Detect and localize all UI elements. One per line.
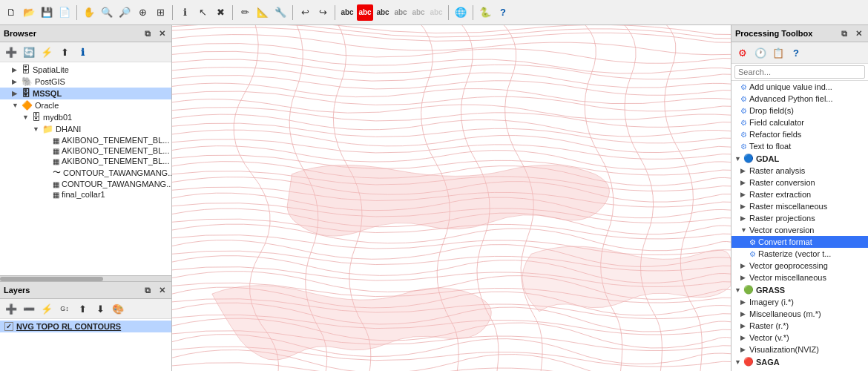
vector-v-arrow: ▶	[740, 334, 748, 341]
zoom-layer-btn[interactable]: ⊞	[152, 4, 168, 21]
digitize-btn[interactable]: 📐	[254, 4, 271, 21]
processing-close-btn[interactable]: ✕	[852, 27, 864, 39]
browser-item-mssql[interactable]: ▶ 🗄 MSSQL	[0, 88, 171, 99]
gps-btn[interactable]: 🌐	[453, 4, 469, 21]
zoom-in-btn[interactable]: 🔍	[99, 4, 115, 21]
layers-close-btn[interactable]: ✕	[156, 284, 168, 296]
layers-add-btn[interactable]: ➕	[3, 301, 19, 317]
browser-item-dhani[interactable]: ▼ 📁 DHANI	[0, 123, 171, 135]
browser-add-btn[interactable]: ➕	[3, 44, 19, 60]
proc-item-field-calculator[interactable]: ⚙ Field calculator	[731, 116, 868, 128]
proc-section-grass[interactable]: ▼ 🟢 GRASS	[731, 283, 868, 296]
label2-btn[interactable]: abc	[375, 4, 391, 21]
browser-collapse-btn[interactable]: ⬆	[56, 44, 73, 60]
proc-item-split-rgb[interactable]: ▶ Split RGB bands	[731, 368, 868, 371]
raster-misc-arrow: ▶	[740, 203, 748, 210]
layers-group-btn[interactable]: G↕	[56, 301, 73, 317]
zoom-out-btn[interactable]: 🔎	[116, 4, 133, 21]
proc-item-imagery[interactable]: ▶ Imagery (i.*)	[731, 296, 868, 308]
processing-panel: Processing Toolbox ⧉ ✕ ⚙ 🕐 📋 ? ⚙ Add uni…	[731, 25, 868, 371]
layers-float-btn[interactable]: ⧉	[142, 284, 154, 296]
proc-item-raster-conversion[interactable]: ▶ Raster conversion	[731, 177, 868, 188]
processing-title: Processing Toolbox	[735, 29, 838, 38]
layers-filter-btn[interactable]: ⚡	[39, 301, 55, 317]
label4-btn[interactable]: abc	[410, 4, 427, 21]
identify-btn[interactable]: ℹ	[177, 4, 193, 21]
browser-refresh-btn[interactable]: 🔄	[21, 44, 37, 60]
browser-float-btn[interactable]: ⧉	[142, 27, 154, 39]
dhani-icon: 📁	[42, 124, 53, 134]
proc-item-miscellaneous[interactable]: ▶ Miscellaneous (m.*)	[731, 308, 868, 320]
browser-item-contour1[interactable]: 〜 CONTOUR_TAWANGMANG...	[0, 166, 171, 179]
proc-item-convert-format[interactable]: ⚙ Convert format	[731, 236, 868, 248]
akibono2-label: AKIBONO_TENEMENT_BL...	[62, 146, 169, 155]
label3-btn[interactable]: abc	[392, 4, 409, 21]
proc-help-btn[interactable]: ?	[788, 45, 804, 61]
edit-btn[interactable]: ✏	[237, 4, 253, 21]
proc-section-saga[interactable]: ▼ 🔴 SAGA	[731, 355, 868, 368]
processing-search-input[interactable]	[734, 65, 865, 79]
proc-section-gdal[interactable]: ▼ 🔵 GDAL	[731, 152, 868, 165]
proc-item-rasterize[interactable]: ⚙ Rasterize (vector t...	[731, 248, 868, 260]
browser-item-akibono3[interactable]: ▦ AKIBONO_TENEMENT_BL...	[0, 156, 171, 166]
browser-item-contour2[interactable]: ▦ CONTOUR_TAWANGMANG...	[0, 179, 171, 189]
redo-btn[interactable]: ↪	[315, 4, 331, 21]
save-as-btn[interactable]: 📄	[56, 4, 73, 21]
open-project-btn[interactable]: 📂	[21, 4, 37, 21]
proc-item-raster-analysis[interactable]: ▶ Raster analysis	[731, 165, 868, 177]
browser-item-akibono1[interactable]: ▦ AKIBONO_TENEMENT_BL...	[0, 135, 171, 145]
label-btn[interactable]: abc	[339, 4, 355, 21]
proc-item-raster-extraction[interactable]: ▶ Raster extraction	[731, 188, 868, 200]
browser-close-btn[interactable]: ✕	[156, 27, 168, 39]
undo-btn[interactable]: ↩	[297, 4, 313, 21]
proc-item-vector-misc[interactable]: ▶ Vector miscellaneous	[731, 272, 868, 283]
snapping-btn[interactable]: 🔧	[272, 4, 289, 21]
browser-item-mydb01[interactable]: ▼ 🗄 mydb01	[0, 111, 171, 123]
vector-v-label: Vector (v.*)	[749, 333, 789, 342]
proc-results-btn[interactable]: 📋	[770, 45, 786, 61]
deselect-btn[interactable]: ✖	[212, 4, 228, 21]
proc-item-drop-fields[interactable]: ⚙ Drop field(s)	[731, 105, 868, 116]
layers-down-btn[interactable]: ⬇	[92, 301, 108, 317]
select-btn[interactable]: ↖	[194, 4, 211, 21]
proc-item-refactor-fields[interactable]: ⚙ Refactor fields	[731, 128, 868, 140]
proc-history-btn[interactable]: 🕐	[752, 45, 769, 61]
layers-up-btn[interactable]: ⬆	[74, 301, 91, 317]
processing-float-btn[interactable]: ⧉	[838, 27, 850, 39]
proc-settings-btn[interactable]: ⚙	[734, 45, 751, 61]
python-btn[interactable]: 🐍	[477, 4, 493, 21]
layer-item-nvg-topo[interactable]: ✓ NVG TOPO RL CONTOURS	[0, 321, 171, 332]
proc-item-raster-proj[interactable]: ▶ Raster projections	[731, 212, 868, 224]
browser-scrollbar-h[interactable]	[0, 275, 171, 281]
label5-btn[interactable]: abc	[428, 4, 444, 21]
browser-item-oracle[interactable]: ▼ 🔶 Oracle	[0, 99, 171, 111]
save-project-btn[interactable]: 💾	[39, 4, 55, 21]
help-btn[interactable]: ?	[495, 4, 511, 21]
pan-btn[interactable]: ✋	[81, 4, 97, 21]
layer-checkbox-nvg[interactable]: ✓	[4, 322, 13, 331]
label-pin-btn[interactable]: abc	[357, 4, 373, 21]
browser-item-akibono2[interactable]: ▦ AKIBONO_TENEMENT_BL...	[0, 145, 171, 156]
browser-item-postgis[interactable]: ▶ 🐘 PostGIS	[0, 76, 171, 88]
proc-item-text-to-float[interactable]: ⚙ Text to float	[731, 140, 868, 152]
proc-item-vector-geoprocessing[interactable]: ▶ Vector geoprocessing	[731, 260, 868, 272]
akibono1-label: AKIBONO_TENEMENT_BL...	[62, 136, 169, 145]
left-panel: Browser ⧉ ✕ ➕ 🔄 ⚡ ⬆ ℹ ▶ 🗄 SpatiaLite	[0, 25, 172, 371]
zoom-full-btn[interactable]: ⊕	[134, 4, 151, 21]
browser-item-spatialite[interactable]: ▶ 🗄 SpatiaLite	[0, 64, 171, 76]
new-project-btn[interactable]: 🗋	[3, 4, 19, 21]
proc-item-vector-v[interactable]: ▶ Vector (v.*)	[731, 332, 868, 344]
layers-remove-btn[interactable]: ➖	[21, 301, 37, 317]
proc-item-raster-misc[interactable]: ▶ Raster miscellaneous	[731, 200, 868, 212]
processing-toolbar: ⚙ 🕐 📋 ?	[731, 42, 868, 64]
browser-info-btn[interactable]: ℹ	[74, 44, 91, 60]
browser-item-final-collar[interactable]: ▦ final_collar1	[0, 189, 171, 200]
map-area[interactable]	[172, 25, 731, 371]
layers-theme-btn[interactable]: 🎨	[110, 301, 126, 317]
proc-item-advanced-python[interactable]: ⚙ Advanced Python fiel...	[731, 93, 868, 105]
proc-item-raster-r[interactable]: ▶ Raster (r.*)	[731, 320, 868, 332]
proc-item-add-unique[interactable]: ⚙ Add unique value ind...	[731, 81, 868, 93]
proc-item-visualization[interactable]: ▶ Visualization(NVIZ)	[731, 344, 868, 355]
browser-filter-btn[interactable]: ⚡	[39, 44, 55, 60]
proc-item-vector-conversion[interactable]: ▼ Vector conversion	[731, 224, 868, 236]
